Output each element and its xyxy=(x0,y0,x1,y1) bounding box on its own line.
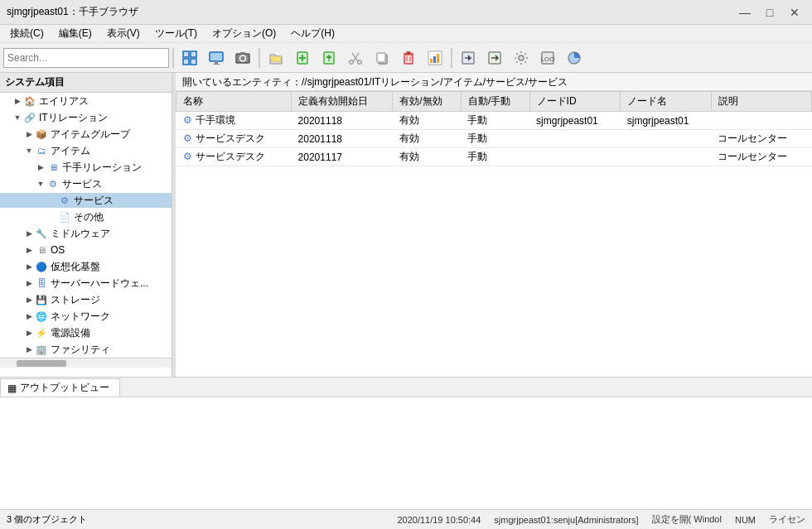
toolbar: LOG xyxy=(0,43,812,73)
expander-facility[interactable]: ▶ xyxy=(23,344,35,355)
menu-view[interactable]: 表示(V) xyxy=(100,25,147,42)
tree-node-item[interactable]: ▼ 🗂 アイテム xyxy=(0,142,172,159)
cell-enabled: 有効 xyxy=(393,148,462,166)
toolbar-new-btn[interactable] xyxy=(290,46,315,70)
expander-os[interactable]: ▶ xyxy=(23,244,35,256)
window-controls: — □ ✕ xyxy=(734,4,805,21)
cell-name: ⚙サービスデスク xyxy=(176,130,292,148)
expander-virtualization[interactable]: ▶ xyxy=(23,261,35,272)
toolbar-separator-2 xyxy=(259,48,260,68)
expander-item[interactable]: ▼ xyxy=(23,145,35,156)
breadcrumb: 開いているエンティティ：//sjmgrjpeast01/ITリレーション/アイテ… xyxy=(176,73,812,91)
tree-node-power[interactable]: ▶ ⚡ 電源設備 xyxy=(0,325,172,341)
menu-edit[interactable]: 編集(E) xyxy=(52,25,99,42)
col-mode[interactable]: 自動/手動 xyxy=(461,92,529,112)
col-nodename[interactable]: ノード名 xyxy=(621,92,712,112)
col-name[interactable]: 名称 xyxy=(176,92,292,112)
toolbar-grid-btn[interactable] xyxy=(177,46,202,70)
expander-storage[interactable]: ▶ xyxy=(23,294,35,305)
svg-rect-6 xyxy=(213,64,220,65)
label-itrelation: ITリレーション xyxy=(39,111,108,125)
tree-node-others[interactable]: 📄 その他 xyxy=(0,209,172,225)
cell-mode: 手動 xyxy=(461,148,529,166)
bottom-tabs: ▦ アウトプットビュー xyxy=(0,378,812,397)
svg-rect-9 xyxy=(240,52,245,55)
expander-power[interactable]: ▶ xyxy=(23,327,35,339)
toolbar-delete-btn[interactable] xyxy=(396,46,421,70)
expander-area[interactable]: ▶ xyxy=(12,95,23,107)
icon-facility: 🏢 xyxy=(35,343,48,356)
svg-rect-16 xyxy=(404,55,413,64)
sidebar[interactable]: システム項目 ▶ 🏠 エイリアス ▼ 🔗 ITリレーション xyxy=(0,73,172,377)
icon-virtualization: 🔵 xyxy=(35,260,48,273)
expander-network[interactable]: ▶ xyxy=(23,310,35,322)
minimize-button[interactable]: — xyxy=(734,4,756,21)
tree-node-chirelation[interactable]: ▶ 🖥 千手リレーション xyxy=(0,159,172,176)
tree-node-os[interactable]: ▶ 🖥 OS xyxy=(0,242,172,258)
tree-node-network[interactable]: ▶ 🌐 ネットワーク xyxy=(0,308,172,325)
tree-node-middleware[interactable]: ▶ 🔧 ミドルウェア xyxy=(0,225,172,242)
tree-node-service[interactable]: ▼ ⚙ サービス xyxy=(0,176,172,192)
table-row[interactable]: ⚙サービスデスク 20201118 有効 手動 コールセンター xyxy=(176,130,812,148)
icon-network: 🌐 xyxy=(35,310,48,323)
tree-node-itrelation[interactable]: ▼ 🔗 ITリレーション xyxy=(0,109,172,126)
icon-middleware: 🔧 xyxy=(35,227,48,240)
menu-tools[interactable]: ツール(T) xyxy=(148,25,204,42)
toolbar-settings-btn[interactable] xyxy=(509,46,534,70)
toolbar-cut-btn[interactable] xyxy=(343,46,368,70)
label-virtualization: 仮想化基盤 xyxy=(51,260,100,274)
col-enabled[interactable]: 有効/無効 xyxy=(393,92,462,112)
col-startdate[interactable]: 定義有効開始日 xyxy=(292,92,393,112)
main-area: システム項目 ▶ 🏠 エイリアス ▼ 🔗 ITリレーション xyxy=(0,73,812,377)
toolbar-circle-btn[interactable] xyxy=(562,46,587,70)
tree-node-itemgroup[interactable]: ▶ 📦 アイテムグループ xyxy=(0,126,172,142)
expander-chirelation[interactable]: ▶ xyxy=(35,161,46,173)
data-table-container[interactable]: 名称 定義有効開始日 有効/無効 自動/手動 ノードID ノード名 説明 ⚙千手… xyxy=(176,91,812,377)
expander-service[interactable]: ▼ xyxy=(35,178,46,190)
toolbar-up-btn[interactable] xyxy=(317,46,341,70)
expander-services xyxy=(46,195,58,206)
col-nodeid[interactable]: ノードID xyxy=(529,92,621,112)
tree-node-storage[interactable]: ▶ 💾 ストレージ xyxy=(0,291,172,308)
expander-others xyxy=(46,211,58,223)
icon-service: ⚙ xyxy=(46,177,60,190)
expander-middleware[interactable]: ▶ xyxy=(23,228,35,239)
tab-output-label: アウトプットビュー xyxy=(20,381,109,395)
num-lock: NUM xyxy=(735,515,756,525)
svg-rect-1 xyxy=(191,51,196,57)
svg-rect-0 xyxy=(183,51,189,57)
toolbar-camera-btn[interactable] xyxy=(230,46,255,70)
col-description[interactable]: 説明 xyxy=(711,92,811,112)
close-button[interactable]: ✕ xyxy=(784,4,805,21)
cell-mode: 手動 xyxy=(461,130,529,148)
expander-itrelation[interactable]: ▼ xyxy=(12,112,23,123)
toolbar-copy-btn[interactable] xyxy=(370,46,394,70)
maximize-button[interactable]: □ xyxy=(759,4,781,21)
horizontal-scrollbar[interactable] xyxy=(0,358,172,368)
tab-output[interactable]: ▦ アウトプットビュー xyxy=(0,378,120,397)
tree-node-server[interactable]: ▶ 🗄 サーバーハードウェ... xyxy=(0,275,172,291)
expander-itemgroup[interactable]: ▶ xyxy=(23,128,35,140)
table-header-row: 名称 定義有効開始日 有効/無効 自動/手動 ノードID ノード名 説明 xyxy=(176,92,812,112)
toolbar-open-btn[interactable] xyxy=(263,46,288,70)
menu-help[interactable]: ヘルプ(H) xyxy=(284,25,341,42)
menu-options[interactable]: オプション(O) xyxy=(205,25,283,42)
tree-node-services[interactable]: ⚙ サービス xyxy=(0,192,172,209)
table-row[interactable]: ⚙千手環境 20201118 有効 手動 sjmgrjpeast01 sjmgr… xyxy=(176,112,812,130)
table-body: ⚙千手環境 20201118 有効 手動 sjmgrjpeast01 sjmgr… xyxy=(176,112,812,166)
tree-node-area[interactable]: ▶ 🏠 エイリアス xyxy=(0,93,172,109)
tree-node-facility[interactable]: ▶ 🏢 ファシリティ xyxy=(0,341,172,358)
toolbar-chart-btn[interactable] xyxy=(423,46,447,70)
tree-node-virtualization[interactable]: ▶ 🔵 仮想化基盤 xyxy=(0,258,172,275)
cell-startdate: 20201118 xyxy=(292,112,393,130)
windows-license: 設定を開( Windol xyxy=(652,513,722,526)
toolbar-export-btn[interactable] xyxy=(482,46,507,70)
toolbar-log-btn[interactable]: LOG xyxy=(535,46,560,70)
expander-server[interactable]: ▶ xyxy=(23,277,35,289)
toolbar-monitor-btn[interactable] xyxy=(204,46,229,70)
table-row[interactable]: ⚙サービスデスク 20201117 有効 手動 コールセンター xyxy=(176,148,812,166)
bottom-content xyxy=(0,397,812,509)
menu-connect[interactable]: 接続(C) xyxy=(3,25,51,42)
search-input[interactable] xyxy=(3,48,169,68)
toolbar-import-btn[interactable] xyxy=(456,46,481,70)
